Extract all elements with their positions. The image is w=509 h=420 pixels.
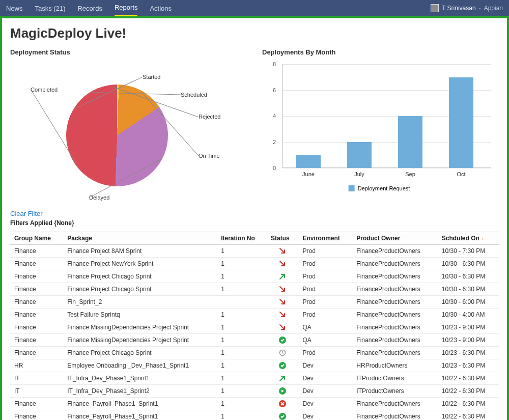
cell-environment: Prod bbox=[299, 347, 353, 359]
cell-environment: Dev bbox=[299, 398, 353, 410]
cell-package: Finance Project 8AM Sprint bbox=[63, 245, 217, 258]
cell-status bbox=[267, 270, 298, 283]
cell-package: Finance Project Chicago Sprint bbox=[63, 283, 217, 296]
bar-chart[interactable]: 02468JuneJulySepOct Deployment Request bbox=[262, 59, 496, 191]
filters-applied-label: Filters Applied {None} bbox=[10, 219, 499, 227]
col-group-name[interactable]: Group Name bbox=[10, 232, 63, 245]
status-check-icon bbox=[279, 362, 286, 369]
cell-group: Finance bbox=[10, 309, 63, 321]
nav-news[interactable]: News bbox=[6, 1, 23, 16]
svg-marker-1 bbox=[281, 389, 284, 393]
cell-environment: QA bbox=[299, 334, 353, 347]
table-row[interactable]: FinanceFinance MissingDependencies Proje… bbox=[10, 334, 499, 347]
bar-sep[interactable] bbox=[398, 116, 422, 168]
cell-package: Finance Project Chicago Sprint bbox=[63, 270, 217, 283]
status-down-icon bbox=[279, 324, 286, 331]
cell-owner: FinanceProductOwners bbox=[352, 334, 438, 347]
x-tick: Sep bbox=[395, 171, 426, 177]
cell-status bbox=[267, 410, 298, 421]
cell-iteration: 1 bbox=[217, 270, 267, 283]
table-row[interactable]: FinanceFinance Project NewYork Sprint1Pr… bbox=[10, 258, 499, 270]
cell-scheduled: 10/30 - 6:30 PM bbox=[438, 258, 499, 270]
pie-chart[interactable]: StartedScheduledRejectedOn TimeDelayedCo… bbox=[10, 59, 229, 202]
user-menu[interactable]: T Srinivasan - Appian bbox=[431, 4, 503, 12]
table-row[interactable]: FinanceFinance Project Chicago Sprint1Pr… bbox=[10, 270, 499, 283]
table-row[interactable]: FinanceFinance_Payroll_Phase1_Sprint11De… bbox=[10, 410, 499, 421]
status-check-icon bbox=[279, 337, 286, 344]
cell-scheduled: 10/30 - 6:30 PM bbox=[438, 270, 499, 283]
status-up-icon bbox=[279, 375, 286, 382]
col-schduled-on[interactable]: Schduled On↓ bbox=[438, 232, 499, 245]
col-product-owner[interactable]: Product Owner bbox=[352, 232, 438, 245]
table-row[interactable]: HREmployee Onboading _Dev_Phase1_Sprint1… bbox=[10, 359, 499, 372]
cell-status bbox=[267, 347, 298, 359]
cell-package: Finance MissingDependencies Project Spri… bbox=[63, 321, 217, 334]
cell-status bbox=[267, 283, 298, 296]
y-tick: 4 bbox=[273, 113, 276, 119]
cell-iteration: 1 bbox=[217, 321, 267, 334]
cell-iteration: 1 bbox=[217, 283, 267, 296]
cell-group: Finance bbox=[10, 321, 63, 334]
cell-group: Finance bbox=[10, 334, 63, 347]
cell-group: Finance bbox=[10, 347, 63, 359]
table-row[interactable]: ITIT_Infra_Dev_Phase1_Sprint11DevITProdu… bbox=[10, 372, 499, 385]
cell-status bbox=[267, 372, 298, 385]
cell-iteration: 1 bbox=[217, 245, 267, 258]
cell-group: HR bbox=[10, 359, 63, 372]
bar-chart-title: Deployments By Month bbox=[262, 48, 499, 56]
cell-scheduled: 10/30 - 6:00 PM bbox=[438, 296, 499, 309]
table-row[interactable]: FinanceFinance Project 8AM Sprint1ProdFi… bbox=[10, 245, 499, 258]
cell-environment: Prod bbox=[299, 245, 353, 258]
table-row[interactable]: FinanceFinance Project Chicago Sprint1Pr… bbox=[10, 283, 499, 296]
cell-environment: QA bbox=[299, 321, 353, 334]
nav-tasks-21-[interactable]: Tasks (21) bbox=[35, 1, 66, 16]
pie-label-rejected: Rejected bbox=[199, 114, 220, 120]
legend-swatch bbox=[349, 185, 355, 191]
col-package[interactable]: Package bbox=[63, 232, 217, 245]
cell-owner: FinanceProductOwners bbox=[352, 410, 438, 421]
cell-scheduled: 10/30 - 4:00 AM bbox=[438, 309, 499, 321]
cell-status bbox=[267, 309, 298, 321]
cell-iteration: 1 bbox=[217, 372, 267, 385]
cell-package: Finance_Payroll_Phase1_Sprint1 bbox=[63, 398, 217, 410]
cell-group: IT bbox=[10, 385, 63, 398]
cell-group: Finance bbox=[10, 296, 63, 309]
nav-actions[interactable]: Actions bbox=[150, 1, 172, 16]
cell-package: Finance Project NewYork Sprint bbox=[63, 258, 217, 270]
cell-scheduled: 10/23 - 6:30 PM bbox=[438, 347, 499, 359]
brand-label: Appian bbox=[484, 5, 503, 12]
col-status[interactable]: Status bbox=[267, 232, 298, 245]
clear-filter-link[interactable]: Clear Filter bbox=[10, 210, 43, 217]
cell-iteration: 1 bbox=[217, 359, 267, 372]
x-tick: July bbox=[344, 171, 375, 177]
table-row[interactable]: FinanceFinance_Payroll_Phase1_Sprint11De… bbox=[10, 398, 499, 410]
cell-environment: Dev bbox=[299, 372, 353, 385]
cell-owner: FinanceProductOwners bbox=[352, 283, 438, 296]
cell-iteration: 1 bbox=[217, 334, 267, 347]
table-row[interactable]: FinanceTest Failure Sprintq1ProdFinanceP… bbox=[10, 309, 499, 321]
cell-package: IT_Infra_Dev_Phase1_Sprint1 bbox=[63, 372, 217, 385]
bar-legend: Deployment Request bbox=[349, 185, 410, 191]
table-row[interactable]: FinanceFinance MissingDependencies Proje… bbox=[10, 321, 499, 334]
bar-july[interactable] bbox=[347, 142, 372, 168]
pie-label-delayed: Delayed bbox=[89, 194, 109, 201]
col-environment[interactable]: Environment bbox=[299, 232, 353, 245]
table-row[interactable]: FinanceFinance Project Chicago Sprint1Pr… bbox=[10, 347, 499, 359]
status-down-icon bbox=[279, 311, 286, 318]
nav-records[interactable]: Records bbox=[77, 1, 102, 16]
y-tick: 2 bbox=[273, 139, 276, 145]
cell-owner: FinanceProductOwners bbox=[352, 245, 438, 258]
table-row[interactable]: FinanceFin_Sprint_2ProdFinanceProductOwn… bbox=[10, 296, 499, 309]
bar-june[interactable] bbox=[296, 155, 321, 169]
bar-oct[interactable] bbox=[449, 77, 473, 169]
table-row[interactable]: ITIT_Infra_Dev_Phase1_Sprint21DevITProdu… bbox=[10, 385, 499, 398]
cell-package: Fin_Sprint_2 bbox=[63, 296, 217, 309]
cell-status bbox=[267, 296, 298, 309]
pie-chart-title: Deployment Status bbox=[10, 48, 247, 56]
cell-status bbox=[267, 258, 298, 270]
nav-reports[interactable]: Reports bbox=[115, 0, 138, 16]
cell-status bbox=[267, 321, 298, 334]
status-up-icon bbox=[279, 273, 286, 280]
col-iteration-no[interactable]: Iteration No bbox=[217, 232, 267, 245]
user-name: T Srinivasan bbox=[442, 5, 475, 12]
